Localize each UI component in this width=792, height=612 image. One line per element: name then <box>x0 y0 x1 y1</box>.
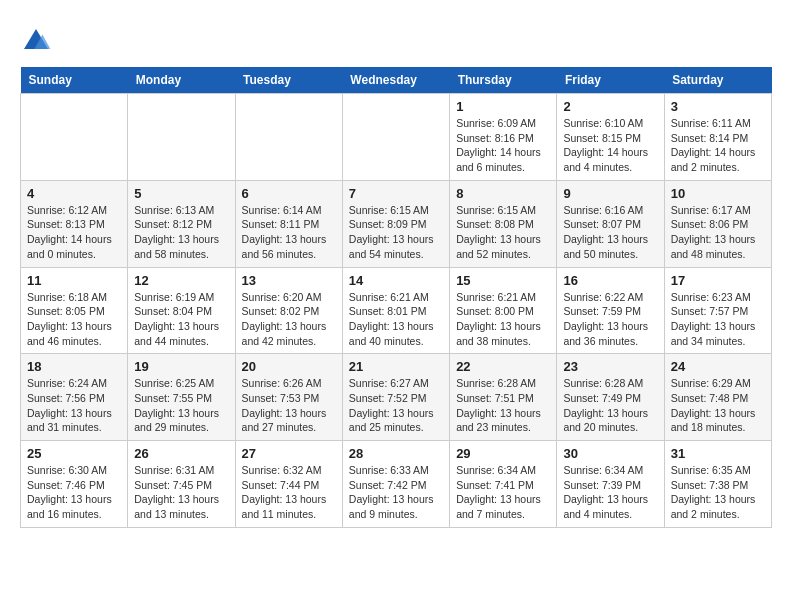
day-info: Sunrise: 6:31 AMSunset: 7:45 PMDaylight:… <box>134 463 228 522</box>
day-number: 2 <box>563 99 657 114</box>
day-info: Sunrise: 6:21 AMSunset: 8:01 PMDaylight:… <box>349 290 443 349</box>
calendar-week-row: 11Sunrise: 6:18 AMSunset: 8:05 PMDayligh… <box>21 267 772 354</box>
day-info: Sunrise: 6:26 AMSunset: 7:53 PMDaylight:… <box>242 376 336 435</box>
calendar-table: SundayMondayTuesdayWednesdayThursdayFrid… <box>20 67 772 528</box>
calendar-cell: 31Sunrise: 6:35 AMSunset: 7:38 PMDayligh… <box>664 441 771 528</box>
calendar-cell: 3Sunrise: 6:11 AMSunset: 8:14 PMDaylight… <box>664 94 771 181</box>
day-info: Sunrise: 6:27 AMSunset: 7:52 PMDaylight:… <box>349 376 443 435</box>
calendar-cell: 24Sunrise: 6:29 AMSunset: 7:48 PMDayligh… <box>664 354 771 441</box>
day-info: Sunrise: 6:11 AMSunset: 8:14 PMDaylight:… <box>671 116 765 175</box>
day-number: 11 <box>27 273 121 288</box>
calendar-cell: 26Sunrise: 6:31 AMSunset: 7:45 PMDayligh… <box>128 441 235 528</box>
day-number: 4 <box>27 186 121 201</box>
calendar-cell: 19Sunrise: 6:25 AMSunset: 7:55 PMDayligh… <box>128 354 235 441</box>
day-info: Sunrise: 6:14 AMSunset: 8:11 PMDaylight:… <box>242 203 336 262</box>
day-info: Sunrise: 6:13 AMSunset: 8:12 PMDaylight:… <box>134 203 228 262</box>
day-number: 31 <box>671 446 765 461</box>
calendar-cell: 29Sunrise: 6:34 AMSunset: 7:41 PMDayligh… <box>450 441 557 528</box>
day-number: 12 <box>134 273 228 288</box>
calendar-header: SundayMondayTuesdayWednesdayThursdayFrid… <box>21 67 772 94</box>
day-number: 17 <box>671 273 765 288</box>
calendar-cell: 20Sunrise: 6:26 AMSunset: 7:53 PMDayligh… <box>235 354 342 441</box>
day-number: 9 <box>563 186 657 201</box>
day-of-week-header: Wednesday <box>342 67 449 94</box>
day-number: 29 <box>456 446 550 461</box>
day-number: 22 <box>456 359 550 374</box>
day-number: 10 <box>671 186 765 201</box>
day-number: 20 <box>242 359 336 374</box>
day-info: Sunrise: 6:23 AMSunset: 7:57 PMDaylight:… <box>671 290 765 349</box>
day-number: 13 <box>242 273 336 288</box>
calendar-cell: 4Sunrise: 6:12 AMSunset: 8:13 PMDaylight… <box>21 180 128 267</box>
day-number: 6 <box>242 186 336 201</box>
day-number: 24 <box>671 359 765 374</box>
day-number: 26 <box>134 446 228 461</box>
day-info: Sunrise: 6:22 AMSunset: 7:59 PMDaylight:… <box>563 290 657 349</box>
day-info: Sunrise: 6:12 AMSunset: 8:13 PMDaylight:… <box>27 203 121 262</box>
calendar-cell: 16Sunrise: 6:22 AMSunset: 7:59 PMDayligh… <box>557 267 664 354</box>
day-of-week-header: Friday <box>557 67 664 94</box>
calendar-cell: 27Sunrise: 6:32 AMSunset: 7:44 PMDayligh… <box>235 441 342 528</box>
calendar-cell: 1Sunrise: 6:09 AMSunset: 8:16 PMDaylight… <box>450 94 557 181</box>
calendar-week-row: 1Sunrise: 6:09 AMSunset: 8:16 PMDaylight… <box>21 94 772 181</box>
day-info: Sunrise: 6:10 AMSunset: 8:15 PMDaylight:… <box>563 116 657 175</box>
day-info: Sunrise: 6:34 AMSunset: 7:41 PMDaylight:… <box>456 463 550 522</box>
day-of-week-header: Sunday <box>21 67 128 94</box>
day-number: 19 <box>134 359 228 374</box>
calendar-cell: 10Sunrise: 6:17 AMSunset: 8:06 PMDayligh… <box>664 180 771 267</box>
calendar-cell: 6Sunrise: 6:14 AMSunset: 8:11 PMDaylight… <box>235 180 342 267</box>
day-of-week-header: Thursday <box>450 67 557 94</box>
calendar-week-row: 18Sunrise: 6:24 AMSunset: 7:56 PMDayligh… <box>21 354 772 441</box>
calendar-cell: 21Sunrise: 6:27 AMSunset: 7:52 PMDayligh… <box>342 354 449 441</box>
calendar-cell: 18Sunrise: 6:24 AMSunset: 7:56 PMDayligh… <box>21 354 128 441</box>
calendar-cell: 11Sunrise: 6:18 AMSunset: 8:05 PMDayligh… <box>21 267 128 354</box>
day-info: Sunrise: 6:16 AMSunset: 8:07 PMDaylight:… <box>563 203 657 262</box>
calendar-cell: 28Sunrise: 6:33 AMSunset: 7:42 PMDayligh… <box>342 441 449 528</box>
day-number: 16 <box>563 273 657 288</box>
logo-icon <box>20 25 52 57</box>
day-info: Sunrise: 6:30 AMSunset: 7:46 PMDaylight:… <box>27 463 121 522</box>
day-number: 14 <box>349 273 443 288</box>
day-info: Sunrise: 6:29 AMSunset: 7:48 PMDaylight:… <box>671 376 765 435</box>
page-header <box>20 20 772 57</box>
calendar-body: 1Sunrise: 6:09 AMSunset: 8:16 PMDaylight… <box>21 94 772 528</box>
day-of-week-header: Monday <box>128 67 235 94</box>
day-number: 21 <box>349 359 443 374</box>
day-number: 28 <box>349 446 443 461</box>
calendar-cell <box>235 94 342 181</box>
day-info: Sunrise: 6:15 AMSunset: 8:09 PMDaylight:… <box>349 203 443 262</box>
day-info: Sunrise: 6:32 AMSunset: 7:44 PMDaylight:… <box>242 463 336 522</box>
day-info: Sunrise: 6:20 AMSunset: 8:02 PMDaylight:… <box>242 290 336 349</box>
day-number: 30 <box>563 446 657 461</box>
day-info: Sunrise: 6:24 AMSunset: 7:56 PMDaylight:… <box>27 376 121 435</box>
day-number: 27 <box>242 446 336 461</box>
day-number: 1 <box>456 99 550 114</box>
day-info: Sunrise: 6:09 AMSunset: 8:16 PMDaylight:… <box>456 116 550 175</box>
calendar-cell: 12Sunrise: 6:19 AMSunset: 8:04 PMDayligh… <box>128 267 235 354</box>
day-number: 15 <box>456 273 550 288</box>
calendar-cell: 5Sunrise: 6:13 AMSunset: 8:12 PMDaylight… <box>128 180 235 267</box>
calendar-cell: 2Sunrise: 6:10 AMSunset: 8:15 PMDaylight… <box>557 94 664 181</box>
day-info: Sunrise: 6:35 AMSunset: 7:38 PMDaylight:… <box>671 463 765 522</box>
day-of-week-header: Tuesday <box>235 67 342 94</box>
day-number: 25 <box>27 446 121 461</box>
calendar-cell: 22Sunrise: 6:28 AMSunset: 7:51 PMDayligh… <box>450 354 557 441</box>
day-of-week-header: Saturday <box>664 67 771 94</box>
day-number: 7 <box>349 186 443 201</box>
calendar-cell: 8Sunrise: 6:15 AMSunset: 8:08 PMDaylight… <box>450 180 557 267</box>
calendar-cell: 15Sunrise: 6:21 AMSunset: 8:00 PMDayligh… <box>450 267 557 354</box>
calendar-cell: 9Sunrise: 6:16 AMSunset: 8:07 PMDaylight… <box>557 180 664 267</box>
calendar-week-row: 4Sunrise: 6:12 AMSunset: 8:13 PMDaylight… <box>21 180 772 267</box>
calendar-cell: 23Sunrise: 6:28 AMSunset: 7:49 PMDayligh… <box>557 354 664 441</box>
day-info: Sunrise: 6:18 AMSunset: 8:05 PMDaylight:… <box>27 290 121 349</box>
calendar-cell: 14Sunrise: 6:21 AMSunset: 8:01 PMDayligh… <box>342 267 449 354</box>
calendar-cell <box>128 94 235 181</box>
day-info: Sunrise: 6:34 AMSunset: 7:39 PMDaylight:… <box>563 463 657 522</box>
day-info: Sunrise: 6:15 AMSunset: 8:08 PMDaylight:… <box>456 203 550 262</box>
calendar-cell: 13Sunrise: 6:20 AMSunset: 8:02 PMDayligh… <box>235 267 342 354</box>
day-number: 5 <box>134 186 228 201</box>
day-number: 8 <box>456 186 550 201</box>
day-info: Sunrise: 6:25 AMSunset: 7:55 PMDaylight:… <box>134 376 228 435</box>
calendar-cell: 25Sunrise: 6:30 AMSunset: 7:46 PMDayligh… <box>21 441 128 528</box>
day-info: Sunrise: 6:33 AMSunset: 7:42 PMDaylight:… <box>349 463 443 522</box>
